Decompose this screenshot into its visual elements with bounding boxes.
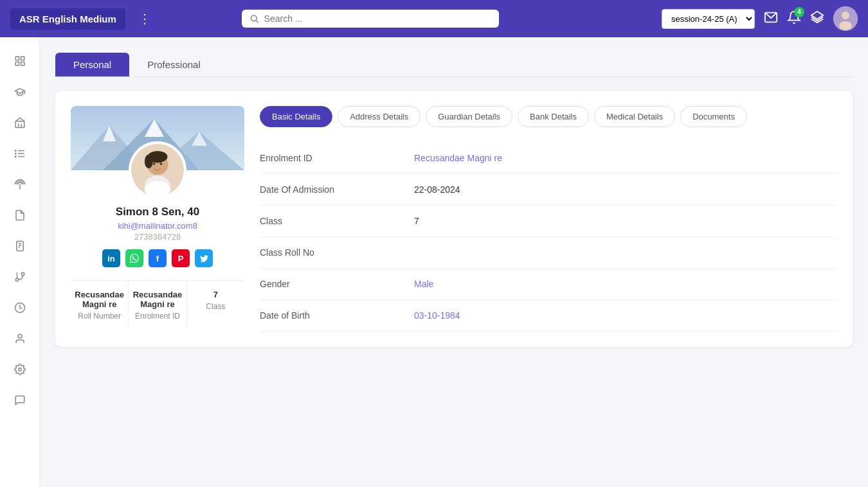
topbar: ASR English Medium ⋮ session-24-25 (A) 4 — [0, 0, 868, 37]
svg-point-18 — [15, 153, 16, 154]
sidebar-person[interactable] — [6, 325, 33, 352]
svg-point-29 — [18, 334, 22, 338]
main-content: Personal Professional — [40, 37, 868, 487]
roll-number-value: Recusandae Magni re — [75, 290, 124, 309]
sidebar-settings[interactable] — [6, 356, 33, 383]
detail-row: Date of Birth03-10-1984 — [260, 300, 837, 332]
notif-badge: 4 — [794, 7, 804, 17]
social-links: in f P — [102, 249, 213, 267]
svg-point-26 — [21, 272, 24, 276]
detail-label: Date of Birth — [260, 310, 414, 321]
avatar-svg — [833, 6, 858, 31]
sub-tab-basic[interactable]: Basic Details — [260, 106, 332, 127]
enrolment-id-label: Enrolment ID — [135, 312, 180, 321]
sidebar-branch[interactable] — [6, 263, 33, 290]
svg-point-19 — [15, 156, 16, 157]
sub-tab-documents[interactable]: Documents — [680, 106, 747, 127]
detail-value: 03-10-1984 — [414, 310, 460, 321]
sidebar-report[interactable] — [6, 233, 33, 260]
pinterest-icon[interactable]: P — [172, 249, 190, 267]
linkedin-icon[interactable]: in — [102, 249, 120, 267]
sub-tab-medical[interactable]: Medical Details — [594, 106, 675, 127]
layers-icon[interactable] — [810, 10, 824, 28]
sidebar — [0, 37, 40, 487]
svg-rect-11 — [15, 121, 24, 128]
sidebar-chat[interactable] — [6, 387, 33, 414]
sidebar-list[interactable] — [6, 140, 33, 167]
enrolment-id-value: Recusandae Magni re — [132, 290, 182, 309]
tab-personal[interactable]: Personal — [55, 53, 129, 76]
detail-label: Gender — [260, 279, 414, 289]
twitter-icon[interactable] — [195, 249, 213, 267]
sub-tab-bank[interactable]: Bank Details — [518, 106, 589, 127]
svg-line-1 — [256, 21, 258, 22]
sidebar-graduation[interactable] — [6, 78, 33, 105]
avatar[interactable] — [833, 6, 858, 31]
svg-point-5 — [842, 12, 849, 19]
detail-row: GenderMale — [260, 269, 837, 300]
class-label: Class — [206, 302, 225, 311]
sidebar-dashboard[interactable] — [6, 48, 33, 75]
content-area: Simon 8 Sen, 40 kihi@mailinator.com8 273… — [55, 91, 853, 347]
roll-number-label: Roll Number — [78, 312, 121, 321]
svg-point-0 — [251, 15, 257, 21]
roll-number-cell: Recusandae Magni re Roll Number — [71, 281, 129, 327]
svg-rect-9 — [15, 62, 19, 66]
detail-row: Class7 — [260, 206, 837, 237]
details-panel: Basic DetailsAddress DetailsGuardian Det… — [260, 106, 837, 332]
detail-value: Male — [414, 279, 433, 289]
detail-value: 7 — [414, 216, 419, 226]
svg-point-27 — [15, 278, 19, 281]
svg-point-30 — [18, 368, 21, 371]
basic-details-list: Enrolment IDRecusandae Magni reDate Of A… — [260, 143, 837, 332]
svg-rect-7 — [15, 57, 19, 60]
profile-avatar-img — [131, 144, 184, 197]
svg-point-41 — [145, 154, 153, 168]
detail-label: Class Roll No — [260, 247, 414, 258]
facebook-icon[interactable]: f — [149, 249, 167, 267]
sidebar-building[interactable] — [6, 109, 33, 136]
svg-point-44 — [153, 163, 156, 165]
search-input[interactable] — [264, 13, 491, 24]
search-bar — [242, 10, 499, 28]
profile-email: kihi@mailinator.com8 — [118, 221, 197, 231]
session-select[interactable]: session-24-25 (A) — [662, 9, 755, 29]
class-value: 7 — [213, 290, 218, 299]
brand-label: ASR English Medium — [10, 8, 125, 30]
sub-tab-row: Basic DetailsAddress DetailsGuardian Det… — [260, 106, 837, 127]
profile-phone: 2738364728 — [134, 232, 181, 242]
svg-rect-10 — [21, 62, 24, 66]
enrolment-cell: Recusandae Magni re Enrolment ID — [129, 281, 186, 327]
sub-tab-guardian[interactable]: Guardian Details — [426, 106, 512, 127]
mail-icon[interactable] — [764, 10, 778, 28]
topbar-right: session-24-25 (A) 4 — [662, 6, 858, 31]
sidebar-fingerprint[interactable] — [6, 171, 33, 198]
svg-point-17 — [15, 150, 16, 152]
sub-tab-address[interactable]: Address Details — [338, 106, 420, 127]
profile-card: Simon 8 Sen, 40 kihi@mailinator.com8 273… — [71, 106, 244, 332]
profile-info-row: Recusandae Magni re Roll Number Recusand… — [71, 280, 244, 327]
tab-professional[interactable]: Professional — [129, 53, 219, 76]
svg-point-45 — [160, 163, 163, 165]
detail-row: Class Roll No — [260, 237, 837, 269]
sidebar-history[interactable] — [6, 294, 33, 321]
svg-rect-8 — [21, 57, 24, 60]
class-cell: 7 Class — [187, 281, 244, 327]
detail-label: Enrolment ID — [260, 153, 414, 163]
detail-label: Date Of Admission — [260, 184, 414, 195]
detail-row: Enrolment IDRecusandae Magni re — [260, 143, 837, 174]
detail-label: Class — [260, 216, 414, 226]
svg-point-6 — [839, 21, 852, 30]
detail-row: Date Of Admission22-08-2024 — [260, 174, 837, 206]
menu-icon[interactable]: ⋮ — [133, 8, 156, 29]
notification-icon[interactable]: 4 — [787, 10, 801, 28]
whatsapp-icon[interactable] — [125, 249, 143, 267]
main-tab-row: Personal Professional — [55, 53, 853, 78]
profile-avatar — [129, 141, 186, 199]
detail-value: Recusandae Magni re — [414, 153, 502, 163]
sidebar-document[interactable] — [6, 202, 33, 229]
detail-value: 22-08-2024 — [414, 184, 460, 195]
profile-name: Simon 8 Sen, 40 — [116, 206, 199, 218]
search-icon — [249, 13, 259, 24]
